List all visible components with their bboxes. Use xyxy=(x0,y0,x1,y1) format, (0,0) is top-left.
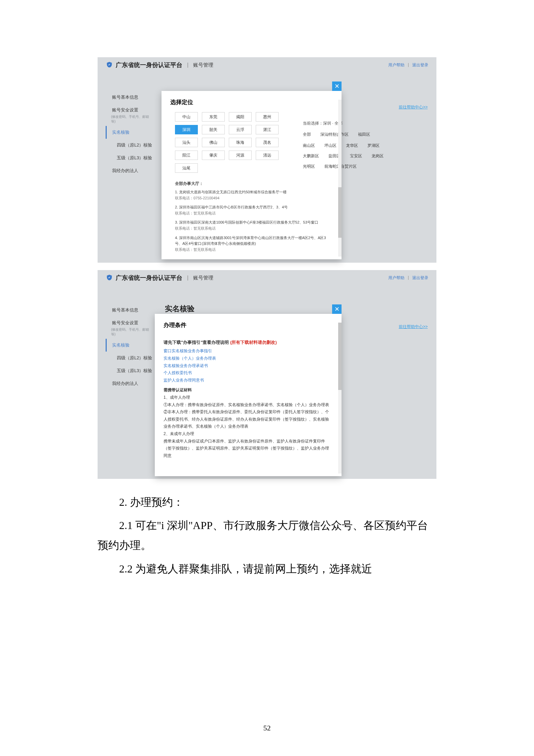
download-link[interactable]: 实名核验业务办理承诺书 xyxy=(164,362,333,370)
city-option[interactable]: 揭阳 xyxy=(229,112,252,122)
platform-title: 广东省统一身份认证平台 xyxy=(116,61,182,69)
district-option[interactable]: 龙岗区 xyxy=(371,153,384,159)
district-option[interactable]: 大鹏新区 xyxy=(303,153,319,159)
shield-icon xyxy=(106,274,113,282)
city-option[interactable]: 汕尾 xyxy=(175,163,198,173)
hall-item: 1. 龙岗镇大道路与创富路交叉路口往西北约50米城市综合服务厅一楼联系电话：07… xyxy=(175,189,333,201)
doc-paragraph: 2.1 可在"i 深圳"APP、市行政服务大厅微信公众号、各区预约平台预约办理。 xyxy=(98,516,436,555)
logout-link[interactable]: 退出登录 xyxy=(412,275,428,281)
platform-section: 账号管理 xyxy=(193,62,213,68)
city-option[interactable]: 茂名 xyxy=(256,138,279,147)
close-icon[interactable]: ✕ xyxy=(332,304,342,314)
download-link[interactable]: 个人授权委托书 xyxy=(164,369,333,377)
conditions-modal: ✕ 办理条件 请先下载"办事指引"查看办理说明 (所有下载材料请勿删改) 窗口实… xyxy=(155,314,342,476)
sidebar-item[interactable]: 我经办的法人 xyxy=(106,164,153,177)
hall-item: 2. 深圳市福田区福中三路市民中心B区市行政服务大厅西厅2、3、4号联系电话：暂… xyxy=(175,204,333,216)
help-link[interactable]: 用户帮助 xyxy=(388,62,404,68)
city-option[interactable]: 河源 xyxy=(229,151,252,160)
page-number: 52 xyxy=(0,724,534,732)
district-option[interactable]: 南山区 xyxy=(303,143,315,149)
hall-list: 全部办事大厅： 1. 龙岗镇大道路与创富路交叉路口往西北约50米城市综合服务厅一… xyxy=(162,176,342,253)
help-center-link[interactable]: 前往帮助中心>> xyxy=(399,104,428,110)
city-option[interactable]: 东莞 xyxy=(202,112,225,122)
platform-header: 广东省统一身份认证平台 | 账号管理 用户帮助 | 退出登录 xyxy=(98,57,436,73)
district-option[interactable]: 罗湖区 xyxy=(367,143,380,149)
city-option[interactable]: 珠海 xyxy=(229,138,252,147)
screenshot-conditions-modal: 广东省统一身份认证平台 | 账号管理 用户帮助 | 退出登录 账号基本信息账号安… xyxy=(98,270,436,479)
city-option[interactable]: 惠州 xyxy=(256,112,279,122)
sidebar-item[interactable]: 账号基本信息 xyxy=(106,304,153,317)
city-option[interactable]: 中山 xyxy=(175,112,198,122)
location-modal: ✕ 选择定位 中山东莞揭阳惠州深圳韶关云浮湛江汕头佛山珠海茂名阳江肇庆河源清远汕… xyxy=(162,91,342,259)
sidebar-item[interactable]: 五级（原L3）核验 xyxy=(106,364,153,377)
sidebar-item[interactable]: 实名核验 xyxy=(106,339,153,352)
district-option[interactable]: 龙华区 xyxy=(346,143,358,149)
sidebar: 账号基本信息账号安全设置(修改密码、手机号、邮箱等)实名核验四级（原L2）核验五… xyxy=(106,304,153,390)
city-option[interactable]: 湛江 xyxy=(256,125,279,134)
doc-heading: 2. 办理预约： xyxy=(98,492,436,512)
city-option[interactable]: 阳江 xyxy=(175,151,198,160)
sidebar-item[interactable]: 账号基本信息 xyxy=(106,91,153,104)
district-option[interactable]: 坪山区 xyxy=(324,143,336,149)
hall-item: 4. 深圳市南山区滨海大道辅路3001号深圳湾体育中心南山区行政服务大厅一楼A区… xyxy=(175,235,333,253)
screenshot-location-modal: 广东省统一身份认证平台 | 账号管理 用户帮助 | 退出登录 账号基本信息账号安… xyxy=(98,57,436,263)
city-grid: 中山东莞揭阳惠州深圳韶关云浮湛江汕头佛山珠海茂名阳江肇庆河源清远汕尾 xyxy=(162,112,301,173)
city-option[interactable]: 韶关 xyxy=(202,125,225,134)
sidebar: 账号基本信息账号安全设置(修改密码、手机号、邮箱等)实名核验四级（原L2）核验五… xyxy=(106,91,153,177)
help-link[interactable]: 用户帮助 xyxy=(388,275,404,281)
platform-header: 广东省统一身份认证平台 | 账号管理 用户帮助 | 退出登录 xyxy=(98,270,436,286)
city-option[interactable]: 肇庆 xyxy=(202,151,225,160)
doc-paragraph: 2.2 为避免人群聚集排队，请提前网上预约，选择就近 xyxy=(98,559,436,579)
shield-icon xyxy=(106,61,113,69)
document-body: 2. 办理预约： 2.1 可在"i 深圳"APP、市行政服务大厅微信公众号、各区… xyxy=(98,492,436,579)
modal-title: 选择定位 xyxy=(162,91,342,112)
district-option[interactable]: 光明区 xyxy=(303,164,315,169)
city-option[interactable]: 深圳 xyxy=(175,125,198,134)
district-pane: 当前选择：深圳 · 全部 全部深汕特别合作区福田区 南山区坪山区龙华区罗湖区大鹏… xyxy=(303,119,390,169)
district-option[interactable]: 深汕特别合作区 xyxy=(320,132,349,137)
city-option[interactable]: 汕头 xyxy=(175,138,198,147)
close-icon[interactable]: ✕ xyxy=(332,81,342,91)
hall-item: 3. 深圳市福田区深南大道1006号国际创新中心F座3楼福田区行政服务大厅52、… xyxy=(175,220,333,231)
modal-title: 办理条件 xyxy=(155,314,342,335)
logout-link[interactable]: 退出登录 xyxy=(412,62,428,68)
city-option[interactable]: 佛山 xyxy=(202,138,225,147)
city-option[interactable]: 清远 xyxy=(256,151,279,160)
sidebar-item[interactable]: 四级（原L2）核验 xyxy=(106,352,153,364)
sidebar-item[interactable]: 我经办的法人 xyxy=(106,377,153,390)
sidebar-item[interactable]: 实名核验 xyxy=(106,126,153,139)
district-option[interactable]: 宝安区 xyxy=(350,153,362,159)
sidebar-item[interactable]: 五级（原L3）核验 xyxy=(106,152,153,164)
help-center-link[interactable]: 前往帮助中心>> xyxy=(399,324,428,330)
sidebar-item[interactable]: 四级（原L2）核验 xyxy=(106,139,153,152)
download-link[interactable]: 实名核验（个人）业务办理表 xyxy=(164,355,333,362)
district-option[interactable]: 福田区 xyxy=(358,132,370,137)
download-link[interactable]: 监护人业务办理同意书 xyxy=(164,377,333,384)
district-option[interactable]: 全部 xyxy=(303,132,311,137)
city-option[interactable]: 云浮 xyxy=(229,125,252,134)
download-link[interactable]: 窗口实名核验业务办事指引 xyxy=(164,348,333,355)
